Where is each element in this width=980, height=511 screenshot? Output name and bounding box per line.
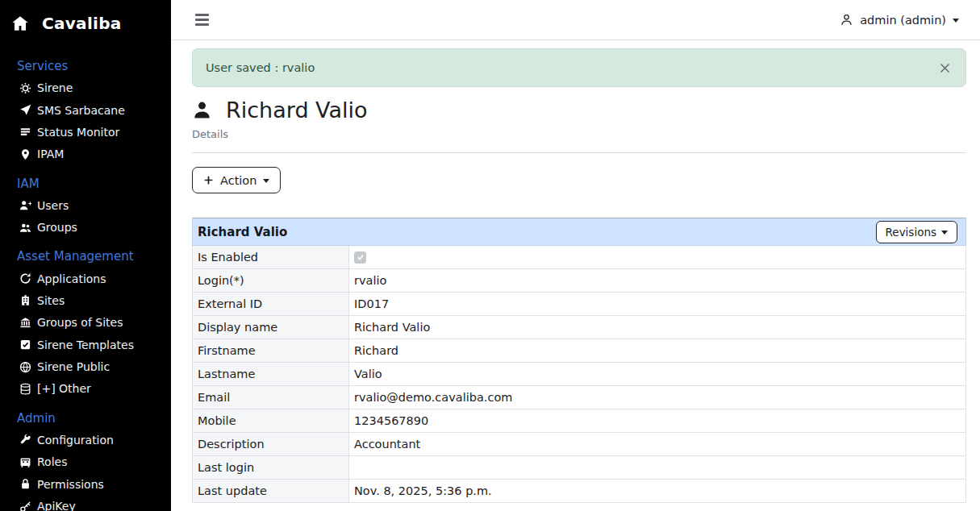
divider: [192, 152, 966, 153]
sidebar-item-label: Sirene: [37, 81, 73, 94]
row-label: External ID: [192, 293, 349, 316]
sidebar-item-configuration[interactable]: Configuration: [11, 429, 165, 451]
key-icon: [19, 501, 31, 511]
people-icon: [19, 222, 31, 234]
sidebar-section-iam: IAM Users Groups: [11, 176, 165, 239]
sidebar-item-apikey[interactable]: ApiKey: [11, 495, 165, 511]
row-value: rvalio@demo.cavaliba.com: [349, 386, 966, 409]
action-button[interactable]: Action: [192, 167, 281, 193]
sidebar-item-other[interactable]: [+] Other: [11, 378, 165, 400]
table-row-lastname: Lastname Valio: [192, 363, 966, 386]
sidebar-item-label: Status Monitor: [37, 126, 119, 139]
row-value: ID017: [349, 293, 966, 316]
sidebar-item-label: Configuration: [37, 434, 114, 447]
sidebar-item-label: Groups of Sites: [37, 316, 123, 329]
send-icon: [19, 104, 31, 116]
close-icon[interactable]: [937, 59, 953, 77]
person-fill-icon: [192, 100, 212, 120]
section-title: Services: [17, 58, 165, 74]
chevron-down-icon: [941, 231, 948, 235]
brand-name: Cavaliba: [42, 14, 122, 33]
sidebar-item-groups[interactable]: Groups: [11, 216, 165, 238]
row-label: Lastname: [192, 363, 349, 386]
sidebar-item-users[interactable]: Users: [11, 194, 165, 216]
home-icon: [11, 15, 29, 32]
person-plus-icon: [19, 199, 31, 211]
row-label: Login(*): [192, 269, 349, 293]
sidebar-section-services: Services Sirene SMS Sarbacane Status Mon…: [11, 58, 165, 165]
sidebar-item-ipam[interactable]: IPAM: [11, 143, 165, 165]
check-icon: [357, 253, 365, 261]
row-value: [349, 456, 966, 480]
bars-icon: [19, 126, 31, 138]
sidebar-item-sirene-public[interactable]: Sirene Public: [11, 355, 165, 377]
row-value: Richard Valio: [349, 316, 966, 339]
main-area: admin (admin) User saved : rvalio Richar…: [171, 0, 980, 511]
sidebar-item-label: Sirene Templates: [37, 339, 134, 351]
page-title-row: Richard Valio: [192, 98, 966, 123]
vault-icon: [19, 456, 31, 468]
check-square-icon: [19, 339, 31, 351]
database-icon: [19, 383, 31, 395]
revisions-button[interactable]: Revisions: [876, 221, 957, 243]
table-row-external-id: External ID ID017: [192, 293, 966, 316]
user-menu[interactable]: admin (admin): [835, 12, 964, 27]
sidebar-item-permissions[interactable]: Permissions: [11, 473, 165, 495]
row-label: Mobile: [192, 409, 349, 433]
page-subtitle: Details: [192, 128, 966, 140]
chevron-down-icon: [953, 19, 959, 23]
sidebar-item-label: Sites: [37, 294, 65, 307]
sidebar-item-roles[interactable]: Roles: [11, 451, 165, 473]
row-label: Firstname: [192, 339, 349, 363]
row-value: Richard: [349, 339, 966, 363]
sidebar-item-label: IPAM: [37, 147, 64, 160]
section-title: Admin: [17, 410, 165, 426]
wrench-icon: [19, 434, 31, 446]
page-title: Richard Valio: [226, 98, 368, 123]
user-label: admin (admin): [860, 14, 946, 27]
sidebar-item-label: Groups: [37, 221, 77, 234]
table-row-is-enabled: Is Enabled: [192, 246, 966, 269]
sidebar-item-label: Applications: [37, 272, 106, 285]
sidebar-item-sites[interactable]: Sites: [11, 289, 165, 311]
hamburger-menu-icon[interactable]: [194, 10, 211, 29]
table-row-last-update: Last update Nov. 8, 2025, 5:36 p.m.: [192, 480, 966, 503]
sidebar-item-label: Users: [37, 199, 69, 212]
row-label: Description: [192, 433, 349, 456]
globe-icon: [19, 361, 31, 373]
brand[interactable]: Cavaliba: [11, 11, 165, 35]
row-label: Is Enabled: [192, 246, 349, 269]
gear-icon: [19, 82, 31, 94]
sidebar-item-sirene-templates[interactable]: Sirene Templates: [11, 334, 165, 355]
sidebar-item-groups-of-sites[interactable]: Groups of Sites: [11, 312, 165, 334]
sidebar-item-status-monitor[interactable]: Status Monitor: [11, 121, 165, 143]
row-value: Accountant: [349, 433, 966, 456]
sidebar-item-applications[interactable]: Applications: [11, 268, 165, 289]
table-row-display-name: Display name Richard Valio: [192, 316, 966, 339]
is-enabled-checkbox[interactable]: [354, 251, 366, 264]
revisions-button-label: Revisions: [886, 226, 936, 239]
row-value: 1234567890: [349, 409, 966, 433]
lock-icon: [19, 478, 31, 490]
row-value: rvalio: [349, 269, 966, 293]
row-value: Nov. 8, 2025, 5:36 p.m.: [349, 480, 966, 503]
map-pin-icon: [19, 148, 31, 160]
sidebar-item-label: [+] Other: [37, 382, 91, 395]
chevron-down-icon: [263, 179, 269, 183]
row-value: Valio: [349, 363, 966, 386]
sidebar-item-label: ApiKey: [37, 500, 76, 511]
table-row-email: Email rvalio@demo.cavaliba.com: [192, 386, 966, 409]
sidebar-section-admin: Admin Configuration Roles Permissions Ap…: [11, 410, 165, 511]
sidebar-item-sms-sarbacane[interactable]: SMS Sarbacane: [11, 99, 165, 121]
row-label: Email: [192, 386, 349, 409]
sidebar-item-sirene[interactable]: Sirene: [11, 77, 165, 99]
card-header: Richard Valio Revisions: [192, 218, 966, 246]
section-title: Asset Management: [17, 248, 165, 264]
sidebar-item-label: Permissions: [37, 478, 104, 491]
content: User saved : rvalio Richard Valio Detail…: [171, 40, 980, 511]
action-button-label: Action: [220, 174, 256, 187]
table-row-mobile: Mobile 1234567890: [192, 409, 966, 433]
row-value: [349, 246, 966, 269]
table-row-last-login: Last login: [192, 456, 966, 480]
sidebar-section-asset-management: Asset Management Applications Sites Grou…: [11, 248, 165, 400]
